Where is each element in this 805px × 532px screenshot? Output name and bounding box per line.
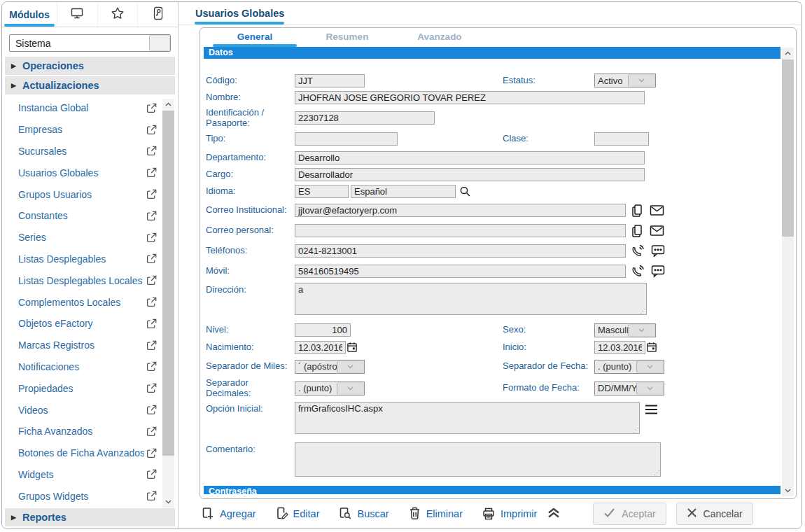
sms-icon[interactable] [651,244,665,258]
calendar-icon[interactable] [646,342,657,353]
nivel-field[interactable] [295,323,351,337]
sms-icon[interactable] [651,265,665,278]
external-link-icon[interactable] [146,469,157,479]
separador-decimales-select[interactable]: . (punto) [295,382,365,396]
imprimir-button[interactable]: Imprimir [482,507,537,521]
sidebar-scrollbar-thumb[interactable] [162,111,174,456]
sidebar-item[interactable]: Listas Desplegables [5,248,158,270]
accordion-operaciones[interactable]: ▶ Operaciones [5,57,175,75]
external-link-icon[interactable] [146,253,157,264]
aceptar-button[interactable]: Aceptar [593,503,666,525]
sidebar-item[interactable]: Series [5,227,158,248]
form-scrollbar-thumb[interactable] [782,59,794,237]
clase-field[interactable] [594,132,649,146]
sidebar-item[interactable]: Objetos eFactory [5,313,158,335]
idioma-code-field[interactable] [295,185,349,198]
comentario-field[interactable] [295,442,661,477]
section-header-contrasena[interactable]: Contraseña [204,486,780,494]
formato-fecha-select[interactable]: DD/MM/YYYY [594,382,664,396]
external-link-icon[interactable] [146,426,157,437]
external-link-icon[interactable] [146,491,157,501]
external-link-icon[interactable] [146,318,157,329]
separador-miles-select[interactable]: ´ (apóstrofo) [295,360,365,374]
sidebar-item[interactable]: Widgets [5,464,158,486]
sidebar-item[interactable]: Grupos Usuarios [5,183,158,205]
tab-avanzado[interactable]: Avanzado [393,28,486,47]
sidebar-item[interactable]: Videos [5,399,158,421]
external-link-icon[interactable] [146,103,157,113]
sidebar-item[interactable]: Botones de Ficha Avanzados [5,442,158,464]
cancelar-button[interactable]: Cancelar [676,503,753,525]
tab-monitor[interactable] [57,2,97,27]
telefonos-field[interactable] [295,244,626,258]
direccion-field[interactable]: a [295,283,647,315]
form-scrollbar[interactable] [782,48,794,496]
external-link-icon[interactable] [146,146,157,156]
sidebar-item[interactable]: Sucursales [5,141,158,162]
opcion-inicial-field[interactable]: frmGraficosIHC.aspx [295,402,640,434]
sidebar-item[interactable]: Complementos Locales [5,291,158,313]
copy-icon[interactable] [631,224,643,238]
departamento-field[interactable] [295,151,645,164]
phone-call-icon[interactable] [631,265,645,279]
scrollbar-up-icon[interactable] [782,48,794,59]
collapse-toolbar-button[interactable] [545,505,562,522]
inicio-field[interactable] [594,341,645,354]
external-link-icon[interactable] [146,340,157,351]
tab-permissions[interactable] [137,2,178,27]
module-select[interactable]: Sistema [9,34,171,52]
estatus-select[interactable]: Activo [594,74,656,88]
external-link-icon[interactable] [146,297,157,307]
identificacion-field[interactable] [295,111,435,125]
separador-fecha-select[interactable]: . (punto) [594,360,664,374]
eliminar-button[interactable]: Eliminar [408,506,463,521]
external-link-icon[interactable] [146,125,157,135]
external-link-icon[interactable] [146,383,157,393]
scrollbar-down-icon[interactable] [162,496,174,507]
movil-field[interactable] [295,265,626,278]
sidebar-item[interactable]: Marcas Registros [5,335,158,356]
accordion-actualizaciones[interactable]: ▶ Actualizaciones [5,76,175,94]
external-link-icon[interactable] [146,361,157,372]
sidebar-item[interactable]: Propiedades [5,377,158,399]
correo-personal-field[interactable] [295,224,626,237]
tab-resumen[interactable]: Resumen [301,28,393,47]
copy-icon[interactable] [631,204,643,218]
tipo-field[interactable] [295,132,398,146]
sidebar-item[interactable]: Notificaciones [5,356,158,378]
section-header-datos[interactable]: Datos [204,47,780,59]
editar-button[interactable]: Editar [275,506,320,521]
sidebar-item[interactable]: Listas Desplegables Locales [5,270,158,291]
external-link-icon[interactable] [146,167,157,178]
tab-general[interactable]: General [209,28,301,47]
scrollbar-down-icon[interactable] [782,485,794,496]
external-link-icon[interactable] [146,232,157,243]
sidebar-item[interactable]: Empresas [5,119,158,141]
correo-institucional-field[interactable] [295,204,626,217]
tab-favorites[interactable] [97,2,138,27]
cargo-field[interactable] [295,168,645,181]
scrollbar-up-icon[interactable] [162,99,174,110]
codigo-field[interactable] [295,74,365,88]
sidebar-item[interactable]: Grupos Widgets [5,485,158,506]
buscar-button[interactable]: Buscar [338,506,388,521]
sidebar-scrollbar[interactable] [162,99,174,507]
sidebar-item[interactable]: Instancia Global [5,97,158,119]
external-link-icon[interactable] [146,211,157,221]
external-link-icon[interactable] [146,275,157,286]
mail-icon[interactable] [650,225,664,237]
agregar-button[interactable]: Agregar [201,506,256,521]
calendar-icon[interactable] [346,342,358,353]
external-link-icon[interactable] [146,189,157,200]
tab-modulos[interactable]: Módulos [2,2,57,27]
external-link-icon[interactable] [146,448,157,458]
search-icon[interactable] [459,186,471,197]
nacimiento-field[interactable] [295,341,346,354]
menu-icon[interactable] [644,403,659,416]
idioma-name-field[interactable] [351,185,456,198]
phone-call-icon[interactable] [631,244,645,258]
external-link-icon[interactable] [146,405,157,415]
sidebar-item[interactable]: Usuarios Globales [5,162,158,183]
sexo-select[interactable]: Masculino [594,323,656,337]
sidebar-item[interactable]: Constantes [5,205,158,227]
